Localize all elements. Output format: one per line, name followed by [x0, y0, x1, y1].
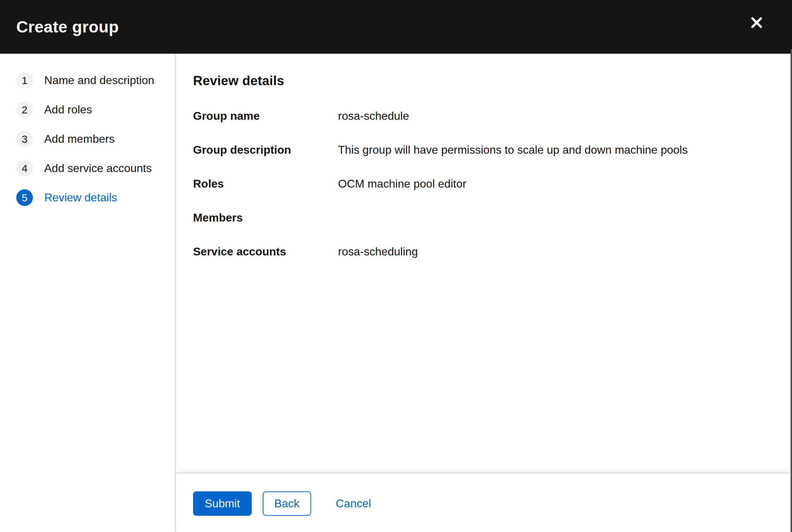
step-label: Name and description: [44, 74, 154, 87]
step-label: Add roles: [44, 103, 92, 116]
field-value-roles: OCM machine pool editor: [338, 176, 771, 191]
field-value-group-description: This group will have permissions to scal…: [338, 142, 771, 157]
wizard-step-add-roles[interactable]: 2 Add roles: [16, 101, 175, 118]
field-label-members: Members: [193, 210, 338, 225]
field-label-service-accounts: Service accounts: [193, 244, 338, 259]
create-group-modal: Create group 1 Name and description 2 Ad…: [0, 0, 792, 532]
times-icon: [751, 17, 763, 29]
wizard-step-name-and-description[interactable]: 1 Name and description: [16, 72, 175, 89]
page-title: Review details: [193, 73, 771, 88]
step-number-badge: 1: [16, 72, 33, 89]
field-value-service-accounts: rosa-scheduling: [338, 244, 771, 259]
window-scrollbar[interactable]: [791, 49, 792, 532]
step-label: Review details: [44, 191, 117, 204]
review-summary-list: Group name rosa-schedule Group descripti…: [193, 108, 771, 259]
step-number-badge: 4: [16, 160, 33, 177]
wizard-footer: Submit Back Cancel: [176, 473, 792, 532]
modal-body: 1 Name and description 2 Add roles 3 Add…: [0, 54, 792, 532]
step-number-badge: 5: [16, 189, 33, 206]
modal-header: Create group: [0, 0, 792, 54]
wizard-main: Review details Group name rosa-schedule …: [176, 54, 792, 532]
close-button[interactable]: [747, 13, 766, 32]
wizard-step-add-service-accounts[interactable]: 4 Add service accounts: [16, 160, 175, 177]
field-label-roles: Roles: [193, 176, 338, 191]
step-number-badge: 3: [16, 131, 33, 147]
step-label: Add service accounts: [44, 162, 152, 175]
step-number-badge: 2: [16, 101, 33, 118]
wizard-step-review-details[interactable]: 5 Review details: [16, 189, 175, 206]
step-label: Add members: [44, 132, 115, 146]
cancel-button[interactable]: Cancel: [336, 491, 371, 516]
field-label-group-name: Group name: [193, 108, 338, 123]
back-button[interactable]: Back: [263, 491, 311, 516]
wizard-nav: 1 Name and description 2 Add roles 3 Add…: [0, 54, 176, 532]
review-details-panel: Review details Group name rosa-schedule …: [176, 54, 792, 473]
field-value-members: [338, 210, 771, 225]
field-label-group-description: Group description: [193, 142, 338, 157]
field-value-group-name: rosa-schedule: [338, 108, 771, 123]
wizard-step-add-members[interactable]: 3 Add members: [16, 131, 175, 147]
modal-title: Create group: [16, 17, 119, 36]
submit-button[interactable]: Submit: [193, 491, 252, 516]
